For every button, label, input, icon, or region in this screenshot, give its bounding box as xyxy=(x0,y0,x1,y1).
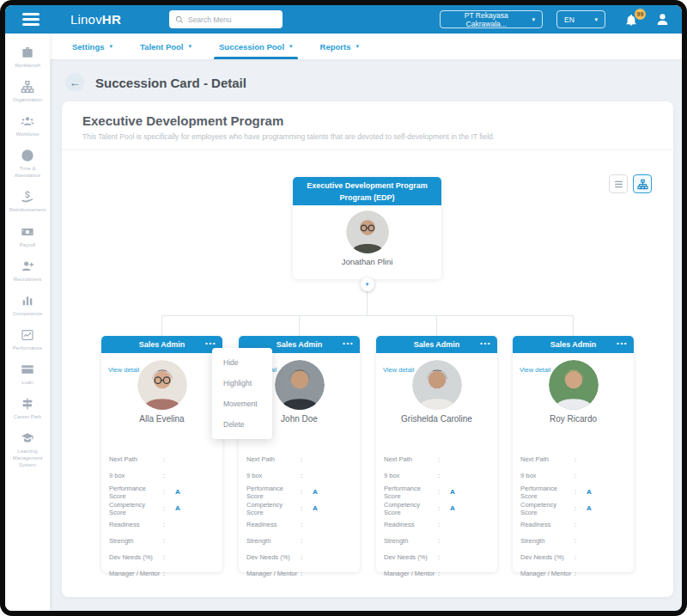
field-value: A xyxy=(313,504,318,512)
root-position-card: Executive Development Program Program (E… xyxy=(293,177,441,279)
field-row: 9 box : xyxy=(239,467,360,484)
content-area: ← Succession Card - Detail Executive Dev… xyxy=(50,59,682,611)
banknote-icon xyxy=(21,225,34,239)
field-value: A xyxy=(175,488,180,496)
field-label: Next Path xyxy=(246,455,301,463)
sidebar-item-competence[interactable]: Competence xyxy=(5,289,50,323)
field-row: Strength : xyxy=(239,533,360,549)
field-label: Dev Needs (%) xyxy=(520,553,575,561)
field-label: Dev Needs (%) xyxy=(384,553,438,561)
connector-line xyxy=(436,315,437,336)
sidebar-item-organization[interactable]: Organization xyxy=(5,75,50,109)
tab-succession-pool[interactable]: Succession Pool▾ xyxy=(219,34,293,59)
view-detail-link[interactable]: View detail xyxy=(383,366,414,374)
clock-icon xyxy=(21,149,34,162)
field-label: 9 box xyxy=(384,472,438,479)
position-title: Sales Admin xyxy=(414,340,460,349)
position-card-body: View detail Grishelda Caroline Next Path… xyxy=(376,360,497,579)
field-value: A xyxy=(450,504,455,512)
root-card-body: Jonathan Plini ▾ xyxy=(293,210,441,284)
back-button[interactable]: ← xyxy=(65,73,84,92)
sidebar-item-performance[interactable]: Performance xyxy=(5,323,50,357)
field-row: Next Path : xyxy=(376,451,497,467)
field-row: Competency Score : A xyxy=(101,500,222,516)
menu-item-highlight[interactable]: Highlight xyxy=(212,373,272,393)
topbar: LinovHR PT Rekayasa Cakrawala... ▾ EN ▾ xyxy=(5,5,682,34)
field-label: Competency Score xyxy=(246,501,301,516)
field-label: Next Path xyxy=(384,455,438,463)
tab-talent-pool[interactable]: Talent Pool▾ xyxy=(140,34,192,59)
field-label: Dev Needs (%) xyxy=(246,553,301,561)
field-row: Performance Score : A xyxy=(101,484,222,500)
field-label: Performance Score xyxy=(246,485,301,500)
user-menu-button[interactable] xyxy=(655,12,670,27)
connector-line xyxy=(161,315,574,316)
program-title: Executive Development Program xyxy=(82,113,653,128)
avatar xyxy=(412,360,462,410)
person-name: Roy Ricardo xyxy=(513,414,634,424)
view-detail-link[interactable]: View detail xyxy=(108,366,139,374)
page-title: Succession Card - Detail xyxy=(95,76,246,90)
org-chart: Executive Development Program Program (E… xyxy=(62,150,673,595)
sidebar-item-recruitment[interactable]: Recruitment xyxy=(5,254,50,289)
tab-settings[interactable]: Settings▾ xyxy=(72,34,112,59)
chevron-down-icon: ▾ xyxy=(356,43,359,50)
hamburger-menu-button[interactable] xyxy=(22,13,40,26)
field-list: Next Path : 9 box : Performance Score : … xyxy=(101,451,222,582)
view-detail-link[interactable]: View detail xyxy=(520,366,550,374)
sidebar-item-time-attendance[interactable]: Time & Attendance xyxy=(5,143,50,185)
sidebar-item-loan[interactable]: Loan xyxy=(5,357,50,392)
page-header: ← Succession Card - Detail xyxy=(65,73,673,92)
menu-item-movement[interactable]: Movement xyxy=(212,393,272,414)
sidebar-item-payroll[interactable]: Payroll xyxy=(5,220,50,254)
list-icon xyxy=(613,179,624,190)
collapse-button[interactable]: ▾ xyxy=(361,278,374,291)
search-box[interactable] xyxy=(169,10,283,28)
logo-text-regular: Linov xyxy=(70,12,102,27)
field-row: Competency Score : A xyxy=(239,500,360,516)
company-selector[interactable]: PT Rekayasa Cakrawala... ▾ xyxy=(440,10,543,28)
field-list: Next Path : 9 box : Performance Score : … xyxy=(513,451,634,582)
menu-item-delete[interactable]: Delete xyxy=(212,414,272,435)
field-row: Manager / Mentor : xyxy=(376,565,497,582)
field-row: Next Path : xyxy=(239,451,360,467)
module-nav: Settings▾Talent Pool▾Succession Pool▾Rep… xyxy=(50,34,682,59)
field-row: Performance Score : A xyxy=(513,484,634,500)
tab-reports[interactable]: Reports▾ xyxy=(320,34,359,59)
position-card-grishelda-caroline: Sales Admin ••• View detail Grishelda Ca… xyxy=(376,336,497,572)
sidebar-item-learning-management-system[interactable]: Learning Management System xyxy=(5,426,50,474)
org-structure-icon xyxy=(21,80,34,94)
field-label: 9 box xyxy=(246,472,301,479)
app-screen: LinovHR PT Rekayasa Cakrawala... ▾ EN ▾ xyxy=(5,5,682,611)
org-structure-icon xyxy=(637,179,648,190)
field-row: Manager / Mentor : xyxy=(513,565,634,582)
field-row: Dev Needs (%) : xyxy=(239,549,360,565)
chevron-down-icon: ▾ xyxy=(532,16,535,23)
hand-money-icon xyxy=(21,190,34,204)
field-row: Manager / Mentor : xyxy=(239,565,360,582)
chart-view-button[interactable] xyxy=(633,174,652,193)
field-row: 9 box : xyxy=(376,467,497,484)
main-column: Settings▾Talent Pool▾Succession Pool▾Rep… xyxy=(50,34,682,611)
field-row: Performance Score : A xyxy=(239,484,360,500)
context-menu: HideHighlightMovementDelete xyxy=(212,348,272,439)
position-card-header: Sales Admin ••• xyxy=(101,336,222,353)
language-selector[interactable]: EN ▾ xyxy=(556,10,605,28)
person-name: Grishelda Caroline xyxy=(376,414,497,424)
notifications-button[interactable]: 99 xyxy=(624,13,638,27)
field-value: A xyxy=(587,488,592,496)
field-list: Next Path : 9 box : Performance Score : … xyxy=(376,451,497,582)
menu-item-hide[interactable]: Hide xyxy=(212,352,272,373)
sidebar-item-reimbursement[interactable]: Reimbursement xyxy=(5,185,50,219)
topbar-right: PT Rekayasa Cakrawala... ▾ EN ▾ 99 xyxy=(440,10,670,28)
sidebar-item-career-path[interactable]: Career Path xyxy=(5,392,50,426)
sidebar-item-workforce[interactable]: Workforce xyxy=(5,109,50,143)
search-input[interactable] xyxy=(188,15,277,24)
connector-line xyxy=(299,315,300,336)
bar-chart-icon xyxy=(21,294,34,308)
field-label: Performance Score xyxy=(384,485,438,500)
list-view-button[interactable] xyxy=(609,174,628,193)
field-row: Dev Needs (%) : xyxy=(376,549,497,565)
sidebar-item-workbench[interactable]: Workbench xyxy=(5,40,50,75)
field-row: Readiness : xyxy=(239,516,360,533)
